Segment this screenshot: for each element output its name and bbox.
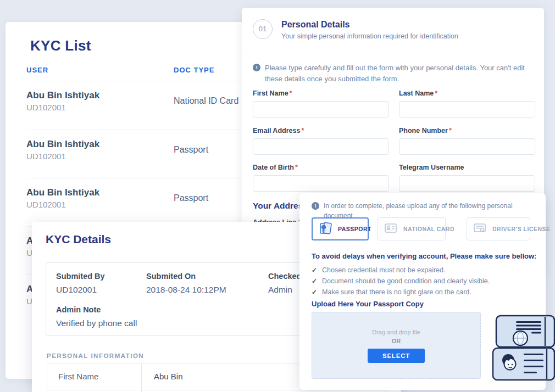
first-name-label: First Name* (253, 89, 389, 97)
form-note: ! Please type carefully and fill out the… (253, 63, 532, 84)
last-name-input[interactable] (399, 101, 535, 117)
check-icon: ✓ (312, 288, 317, 296)
doc-option-label: DRIVER'S LICENSE (492, 226, 551, 232)
kyc-list-title: KYC List (30, 37, 91, 54)
phone-field-group: Phone Number* (399, 127, 535, 155)
select-file-button[interactable]: SELECT (368, 349, 425, 363)
doc-option-passport[interactable]: PASSPORT (312, 217, 369, 240)
column-header-doc-type[interactable]: DOC TYPE (174, 66, 214, 74)
id-cards-illustration (492, 313, 555, 384)
upload-area-label: Upload Here Your Passport Copy (312, 300, 424, 308)
table-cell-label: First Name (47, 363, 142, 390)
check-icon: ✓ (312, 277, 317, 285)
telegram-input[interactable] (399, 175, 535, 192)
step-title: Personal Details (281, 20, 350, 30)
step-subtitle: Your simple personal information require… (281, 32, 458, 40)
drivers-license-icon (473, 222, 487, 236)
doc-option-drivers-license[interactable]: DRIVER'S LICENSE (467, 217, 530, 240)
doc-type-value: Passport (174, 193, 208, 203)
first-name-input[interactable] (253, 101, 389, 117)
info-icon: ! (312, 202, 319, 210)
email-input[interactable] (253, 138, 389, 155)
form-note-text: Please type carefully and fill out the f… (265, 63, 532, 84)
check-icon: ✓ (312, 266, 317, 274)
upload-instructions-title: To avoid delays when verifying account, … (312, 252, 536, 260)
id-card-graphic (493, 348, 554, 380)
column-header-user[interactable]: USER (26, 66, 48, 74)
submitted-by: Submited By UD102001 (56, 272, 105, 295)
kyc-dashboard: KYC List USER DOC TYPE Abu Bin Ishtiyak … (0, 0, 555, 392)
last-name-label: Last Name* (399, 89, 535, 97)
required-mark: * (435, 89, 437, 97)
dob-label: Date of Birth* (253, 164, 389, 171)
kyc-details-title: KYC Details (46, 233, 111, 246)
phone-input[interactable] (399, 138, 535, 155)
submitted-on: Submited On 2018-08-24 10:12PM (146, 272, 226, 295)
dropzone-separator: OR (312, 338, 480, 344)
required-mark: * (290, 89, 292, 97)
dob-input[interactable] (253, 175, 389, 192)
file-dropzone[interactable]: Drag and drop file OR SELECT (312, 312, 481, 379)
dob-field-group: Date of Birth* (253, 164, 389, 192)
last-name-field-group: Last Name* (399, 89, 535, 117)
instruction-item: ✓ Document should be good condition and … (312, 276, 490, 287)
dropzone-hint: Drag and drop file (312, 329, 480, 335)
instruction-item: ✓ Chosen credential must not be expaired… (312, 265, 490, 276)
telegram-label: Telegram Username (399, 164, 535, 171)
table-row (47, 390, 387, 392)
doc-option-label: NATIONAL CARD (403, 226, 454, 232)
passport-card-graphic (496, 316, 554, 347)
required-mark: * (301, 127, 304, 135)
required-mark: * (449, 127, 452, 135)
info-icon: ! (253, 64, 260, 71)
doc-type-value: Passport (174, 145, 208, 155)
required-mark: * (295, 164, 298, 171)
telegram-field-group: Telegram Username (399, 164, 535, 192)
email-field-group: Email Address* (253, 127, 389, 155)
step-header: 01 Personal Details Your simple personal… (242, 8, 544, 53)
doc-option-label: PASSPORT (338, 226, 371, 232)
doc-option-national-card[interactable]: NATIONAL CARD (378, 217, 446, 240)
upload-instructions-list: ✓ Chosen credential must not be expaired… (312, 265, 490, 298)
first-name-field-group: First Name* (253, 89, 389, 117)
admin-note: Admin Note Verified by phone call (56, 305, 137, 328)
national-card-icon (384, 222, 398, 236)
phone-label: Phone Number* (399, 127, 535, 135)
doc-type-value: National ID Card (174, 96, 238, 106)
personal-information-heading: PERSONAL INFORMATION (47, 352, 144, 359)
instruction-item: ✓ Make sure that there is no light glare… (312, 287, 490, 298)
step-number-badge: 01 (253, 19, 273, 39)
email-label: Email Address* (253, 127, 389, 135)
passport-icon (319, 222, 333, 237)
